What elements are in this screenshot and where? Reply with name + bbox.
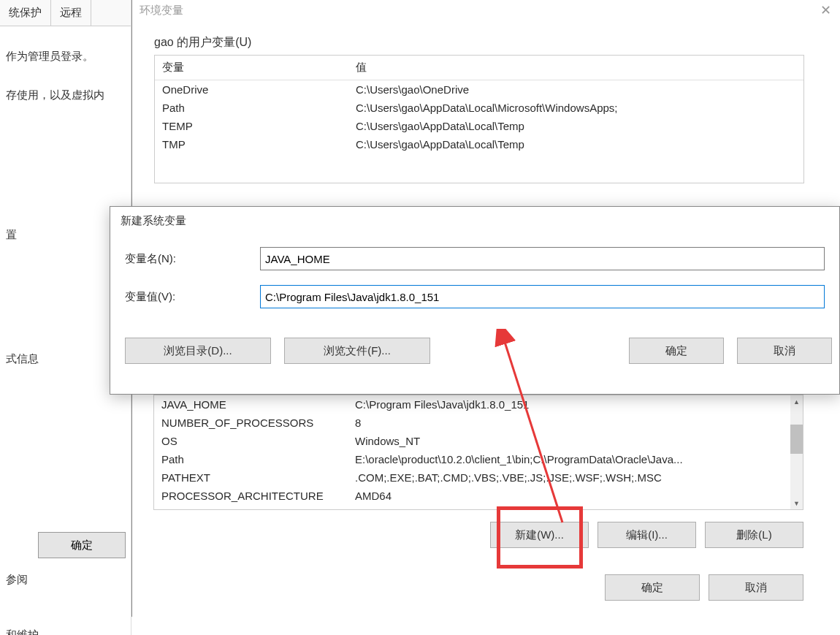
- header-value[interactable]: 值: [348, 58, 803, 77]
- new-var-cancel-button[interactable]: 取消: [737, 338, 832, 364]
- system-vars-button-row: 新建(W)... 编辑(I)... 删除(L): [153, 522, 803, 548]
- tab-protection[interactable]: 统保护: [0, 0, 51, 26]
- bg-tabs: 统保护 远程: [0, 0, 131, 26]
- scroll-up-icon[interactable]: ▲: [790, 395, 803, 408]
- table-row[interactable]: Path E:\oracle\product\10.2.0\client_1\b…: [154, 450, 792, 468]
- new-var-title: 新建系统变量: [110, 207, 839, 240]
- variable-name-input[interactable]: [260, 247, 825, 270]
- table-row[interactable]: TEMP C:\Users\gao\AppData\Local\Temp: [155, 117, 803, 135]
- edit-button[interactable]: 编辑(I)...: [597, 522, 696, 548]
- env-titlebar: 环境变量 ✕: [132, 0, 840, 20]
- variable-name-label: 变量名(N):: [125, 252, 260, 266]
- user-table-body: OneDrive C:\Users\gao\OneDrive Path C:\U…: [155, 80, 803, 183]
- browse-directory-button[interactable]: 浏览目录(D)...: [125, 338, 271, 364]
- maintain-text: 和维护: [6, 628, 39, 635]
- variable-value-input[interactable]: [260, 285, 825, 308]
- system-vars-table[interactable]: JAVA_HOME C:\Program Files\Java\jdk1.8.0…: [153, 395, 803, 510]
- table-row[interactable]: OneDrive C:\Users\gao\OneDrive: [155, 80, 803, 99]
- env-cancel-button[interactable]: 取消: [709, 574, 803, 601]
- table-row[interactable]: TMP C:\Users\gao\AppData\Local\Temp: [155, 135, 803, 153]
- table-row[interactable]: JAVA_HOME C:\Program Files\Java\jdk1.8.0…: [154, 395, 792, 414]
- browse-file-button[interactable]: 浏览文件(F)...: [284, 338, 430, 364]
- user-table-header: 变量 值: [155, 56, 803, 80]
- variable-name-row: 变量名(N):: [125, 247, 825, 270]
- admin-text: 作为管理员登录。: [6, 48, 125, 65]
- new-var-button-row: 浏览目录(D)... 浏览文件(F)... 确定 取消: [110, 330, 839, 371]
- system-vars-section: JAVA_HOME C:\Program Files\Java\jdk1.8.0…: [153, 395, 807, 548]
- tab-remote[interactable]: 远程: [51, 0, 91, 26]
- table-row[interactable]: Path C:\Users\gao\AppData\Local\Microsof…: [155, 99, 803, 117]
- env-dialog-footer: 确定 取消: [153, 574, 803, 601]
- env-ok-button[interactable]: 确定: [605, 574, 700, 601]
- mem-text: 存使用，以及虚拟内: [6, 87, 125, 104]
- bg-ok-button[interactable]: 确定: [38, 532, 126, 558]
- scrollbar[interactable]: ▲ ▼: [790, 395, 803, 509]
- delete-button[interactable]: 删除(L): [705, 522, 803, 548]
- new-button[interactable]: 新建(W)...: [490, 522, 589, 548]
- scrollbar-thumb[interactable]: [790, 425, 803, 454]
- env-title: 环境变量: [140, 4, 183, 18]
- table-row[interactable]: OS Windows_NT: [154, 432, 792, 450]
- header-variable[interactable]: 变量: [155, 58, 348, 77]
- bg-content: 作为管理员登录。 存使用，以及虚拟内: [0, 26, 131, 147]
- info-text: 式信息: [6, 352, 39, 366]
- close-icon[interactable]: ✕: [811, 1, 840, 19]
- table-row[interactable]: PROCESSOR_ARCHITECTURE AMD64: [154, 487, 792, 505]
- config-text: 置: [6, 228, 17, 242]
- see-text: 参阅: [6, 573, 28, 587]
- scroll-down-icon[interactable]: ▼: [790, 497, 803, 509]
- new-var-ok-button[interactable]: 确定: [629, 338, 724, 364]
- variable-value-label: 变量值(V):: [125, 290, 260, 304]
- variable-value-row: 变量值(V):: [125, 285, 825, 308]
- user-vars-label: gao 的用户变量(U): [154, 35, 818, 50]
- user-vars-table[interactable]: 变量 值 OneDrive C:\Users\gao\OneDrive Path…: [154, 55, 804, 183]
- new-system-variable-dialog: 新建系统变量 变量名(N): 变量值(V): 浏览目录(D)... 浏览文件(F…: [110, 206, 840, 395]
- table-row[interactable]: NUMBER_OF_PROCESSORS 8: [154, 414, 792, 432]
- table-row[interactable]: PATHEXT .COM;.EXE;.BAT;.CMD;.VBS;.VBE;.J…: [154, 468, 792, 487]
